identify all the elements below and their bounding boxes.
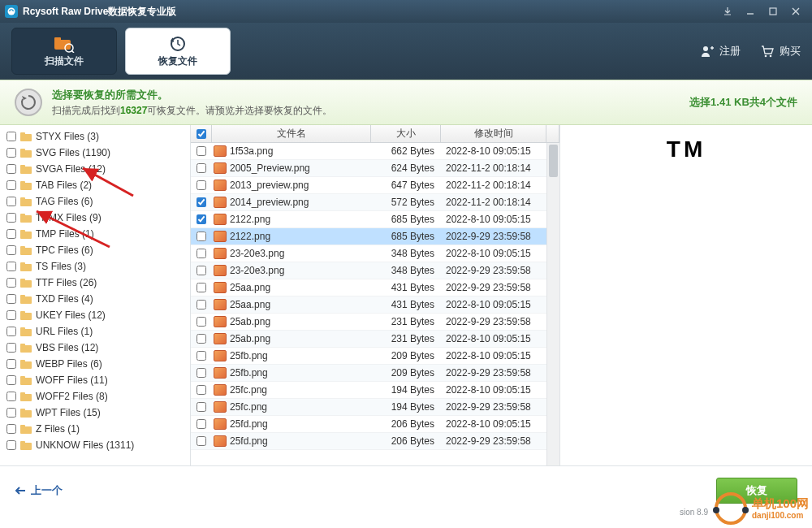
header-time[interactable]: 修改时间 — [441, 125, 546, 142]
category-checkbox[interactable] — [6, 424, 16, 434]
category-checkbox[interactable] — [6, 408, 16, 418]
category-checkbox[interactable] — [6, 294, 16, 304]
category-item[interactable]: TXD Files (4) — [5, 291, 185, 307]
category-item[interactable]: TAB Files (2) — [5, 177, 185, 193]
category-item[interactable]: URL Files (1) — [5, 323, 185, 340]
category-checkbox[interactable] — [6, 440, 16, 450]
row-checkbox[interactable] — [197, 317, 206, 327]
row-checkbox[interactable] — [197, 146, 206, 156]
table-row[interactable]: 2013_preview.png 647 Bytes 2022-11-2 00:… — [191, 177, 546, 194]
scrollbar-thumb[interactable] — [549, 145, 558, 177]
table-row[interactable]: 25fb.png 209 Bytes 2022-8-10 09:05:15 — [191, 348, 546, 365]
register-button[interactable]: 注册 — [700, 44, 741, 58]
category-item[interactable]: THMX Files (9) — [5, 210, 185, 226]
table-row[interactable]: 2122.png 685 Bytes 2022-8-10 09:05:15 — [191, 211, 546, 228]
category-checkbox[interactable] — [6, 327, 16, 336]
table-row[interactable]: 25fd.png 206 Bytes 2022-8-10 09:05:15 — [191, 416, 546, 433]
category-checkbox[interactable] — [6, 132, 16, 141]
category-checkbox[interactable] — [6, 197, 16, 206]
category-item[interactable]: WPT Files (15) — [5, 405, 185, 421]
category-panel[interactable]: STYX Files (3) SVG Files (1190) SVGA Fil… — [0, 125, 191, 465]
row-checkbox[interactable] — [197, 385, 206, 395]
row-checkbox[interactable] — [197, 368, 206, 378]
category-checkbox[interactable] — [6, 278, 16, 288]
category-item[interactable]: TS Files (3) — [5, 258, 185, 275]
header-checkbox[interactable] — [191, 125, 212, 142]
category-checkbox[interactable] — [6, 245, 16, 255]
file-time: 2022-8-10 09:05:15 — [441, 418, 546, 430]
row-checkbox[interactable] — [197, 249, 206, 258]
minimize-button[interactable] — [739, 3, 762, 19]
tab-scan-files[interactable]: 扫描文件 — [11, 28, 117, 75]
category-checkbox[interactable] — [6, 148, 16, 158]
category-item[interactable]: UNKNOW Files (1311) — [5, 437, 185, 453]
folder-icon — [19, 391, 32, 402]
vertical-scrollbar[interactable] — [546, 143, 559, 465]
close-button[interactable] — [784, 3, 807, 19]
table-row[interactable]: 25aa.png 431 Bytes 2022-8-10 09:05:15 — [191, 296, 546, 314]
category-item[interactable]: UKEY Files (12) — [5, 307, 185, 323]
table-row[interactable]: 2014_preview.png 572 Bytes 2022-11-2 00:… — [191, 194, 546, 211]
back-button[interactable]: 上一个 — [15, 483, 63, 498]
row-checkbox[interactable] — [197, 436, 206, 446]
row-checkbox[interactable] — [197, 402, 206, 412]
category-checkbox[interactable] — [6, 229, 16, 239]
category-item[interactable]: VBS Files (12) — [5, 340, 185, 356]
download-icon[interactable] — [716, 3, 739, 19]
category-checkbox[interactable] — [6, 180, 16, 190]
category-item[interactable]: TMP Files (1) — [5, 226, 185, 242]
table-row[interactable]: 25fc.png 194 Bytes 2022-9-29 23:59:58 — [191, 399, 546, 416]
row-checkbox[interactable] — [197, 419, 206, 429]
row-checkbox[interactable] — [197, 214, 206, 224]
folder-icon — [19, 309, 32, 321]
category-item[interactable]: SVG Files (1190) — [5, 145, 185, 161]
row-checkbox[interactable] — [197, 266, 206, 275]
category-item[interactable]: TAG Files (6) — [5, 193, 185, 210]
row-checkbox[interactable] — [197, 334, 206, 344]
category-item[interactable]: TPC Files (6) — [5, 242, 185, 258]
selection-summary: 选择1.41 KB共4个文件 — [689, 95, 797, 110]
category-item[interactable]: WEBP Files (6) — [5, 356, 185, 372]
category-checkbox[interactable] — [6, 262, 16, 271]
category-checkbox[interactable] — [6, 375, 16, 385]
category-checkbox[interactable] — [6, 213, 16, 223]
table-row[interactable]: 2122.png 685 Bytes 2022-9-29 23:59:58 — [191, 228, 546, 245]
table-body[interactable]: 1f53a.png 662 Bytes 2022-8-10 09:05:15 2… — [191, 143, 546, 465]
row-checkbox[interactable] — [197, 351, 206, 361]
tab-scan-label: 扫描文件 — [45, 54, 84, 68]
row-checkbox[interactable] — [197, 180, 206, 190]
row-checkbox[interactable] — [197, 197, 206, 207]
row-checkbox[interactable] — [197, 163, 206, 173]
table-row[interactable]: 23-20e3.png 348 Bytes 2022-9-29 23:59:58 — [191, 262, 546, 279]
category-checkbox[interactable] — [6, 343, 16, 353]
category-checkbox[interactable] — [6, 164, 16, 174]
table-row[interactable]: 25aa.png 431 Bytes 2022-9-29 23:59:58 — [191, 279, 546, 296]
header-size[interactable]: 大小 — [371, 125, 441, 142]
row-checkbox[interactable] — [197, 283, 206, 292]
header-name[interactable]: 文件名 — [212, 125, 371, 142]
row-checkbox[interactable] — [197, 232, 206, 241]
table-row[interactable]: 25fc.png 194 Bytes 2022-8-10 09:05:15 — [191, 382, 546, 399]
header-scroll-gap — [546, 125, 559, 142]
table-row[interactable]: 23-20e3.png 348 Bytes 2022-8-10 09:05:15 — [191, 245, 546, 262]
row-checkbox[interactable] — [197, 300, 206, 309]
category-item[interactable]: TTF Files (26) — [5, 275, 185, 291]
category-item[interactable]: WOFF Files (11) — [5, 372, 185, 388]
table-row[interactable]: 1f53a.png 662 Bytes 2022-8-10 09:05:15 — [191, 143, 546, 160]
buy-button[interactable]: 购买 — [760, 44, 801, 58]
category-checkbox[interactable] — [6, 359, 16, 369]
table-row[interactable]: 25ab.png 231 Bytes 2022-9-29 23:59:58 — [191, 314, 546, 331]
category-checkbox[interactable] — [6, 310, 16, 320]
table-row[interactable]: 25ab.png 231 Bytes 2022-8-10 09:05:15 — [191, 331, 546, 348]
category-checkbox[interactable] — [6, 392, 16, 401]
table-row[interactable]: 25fb.png 209 Bytes 2022-9-29 23:59:58 — [191, 365, 546, 382]
maximize-button[interactable] — [762, 3, 784, 19]
table-row[interactable]: 25fd.png 206 Bytes 2022-9-29 23:59:58 — [191, 433, 546, 450]
category-item[interactable]: STYX Files (3) — [5, 128, 185, 145]
table-row[interactable]: 2005_Preview.png 624 Bytes 2022-11-2 00:… — [191, 160, 546, 177]
category-item[interactable]: Z Files (1) — [5, 421, 185, 437]
tab-recover-files[interactable]: 恢复文件 — [125, 28, 231, 75]
category-item[interactable]: WOFF2 Files (8) — [5, 388, 185, 405]
category-item[interactable]: SVGA Files (12) — [5, 161, 185, 177]
tab-recover-label: 恢复文件 — [158, 54, 197, 68]
